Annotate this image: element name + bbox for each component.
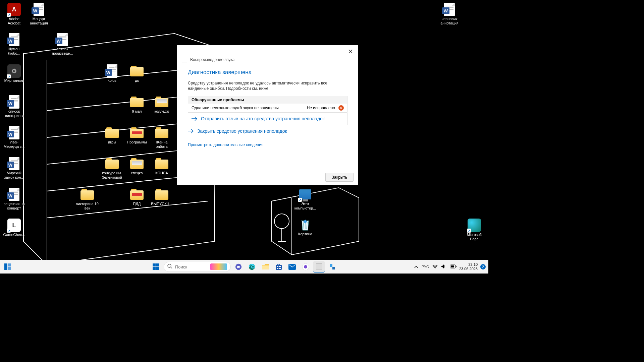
svg-point-8 bbox=[168, 264, 171, 267]
icon-word: W bbox=[32, 3, 46, 16]
widgets-button[interactable] bbox=[2, 262, 13, 272]
problem-row[interactable]: Одна или несколько служб звука не запуще… bbox=[188, 104, 347, 112]
search-art bbox=[210, 263, 227, 270]
desktop-icon[interactable]: игры bbox=[99, 126, 125, 144]
sound-icon bbox=[182, 57, 187, 62]
desktop-icon-label: викторина 19 век bbox=[75, 202, 99, 210]
taskbar-chat[interactable] bbox=[233, 261, 244, 273]
svg-point-19 bbox=[304, 265, 307, 268]
link-view-details[interactable]: Просмотреть дополнительные сведения bbox=[188, 142, 347, 147]
tray-chevron-up-icon[interactable] bbox=[414, 265, 418, 269]
desktop-icon[interactable]: КОНСА bbox=[149, 157, 174, 175]
svg-rect-22 bbox=[332, 267, 335, 269]
taskbar-app[interactable] bbox=[327, 261, 338, 273]
dialog-titlebar[interactable] bbox=[177, 45, 358, 57]
taskbar-store[interactable] bbox=[273, 261, 284, 273]
desktop-icon[interactable]: L↗GameChec... bbox=[1, 219, 27, 237]
icon-word: W bbox=[443, 3, 456, 16]
desktop-icon-label: Мирский замок кон... bbox=[2, 171, 26, 180]
icon-folder bbox=[130, 95, 144, 109]
icon-word: W bbox=[7, 188, 21, 201]
volume-icon[interactable] bbox=[441, 264, 446, 269]
taskbar-edge[interactable] bbox=[246, 261, 258, 273]
svg-rect-7 bbox=[156, 267, 159, 270]
desktop-icon[interactable]: викторина 19 век bbox=[74, 188, 100, 210]
icon-word: W bbox=[56, 33, 69, 46]
desktop-icon[interactable]: WМоцарт аннотация bbox=[26, 3, 52, 25]
desktop-icon[interactable]: 9 мая bbox=[124, 95, 150, 114]
desktop-icon-label: список произведе... bbox=[50, 47, 74, 56]
desktop-icon[interactable]: A↗Adobe Acrobat bbox=[1, 3, 27, 25]
desktop-icon[interactable]: Wчерновик аннотация bbox=[437, 3, 462, 25]
svg-rect-20 bbox=[316, 263, 322, 269]
desktop-icon-label: Мир танков bbox=[4, 78, 24, 83]
svg-rect-3 bbox=[8, 267, 11, 270]
svg-rect-14 bbox=[279, 266, 281, 267]
desktop-icon-label: спецка bbox=[131, 171, 143, 175]
dialog-heading: Диагностика завершена bbox=[188, 69, 347, 76]
problems-box: Обнаруженные проблемы Одна или несколько… bbox=[188, 96, 347, 113]
clock-date: 23.06.2023 bbox=[459, 267, 478, 271]
wifi-icon[interactable] bbox=[432, 264, 438, 269]
desktop-icon[interactable]: ВЫПУСКН... bbox=[149, 188, 174, 206]
battery-icon[interactable] bbox=[450, 264, 457, 269]
icon-folder bbox=[155, 188, 168, 201]
desktop-icon[interactable]: Wkolos bbox=[99, 64, 125, 83]
svg-rect-15 bbox=[277, 268, 278, 269]
notification-badge[interactable]: 2 bbox=[480, 264, 486, 269]
desktop-icon[interactable]: WШуман. Любо... bbox=[1, 33, 27, 56]
desktop-icon-label: Adobe Acrobat bbox=[2, 17, 26, 25]
desktop-icon[interactable]: Жанна работа bbox=[149, 126, 174, 149]
desktop-icon[interactable]: дк bbox=[124, 64, 150, 83]
search-box[interactable]: Поиск bbox=[164, 262, 231, 272]
taskbar-troubleshooter[interactable] bbox=[313, 261, 325, 273]
action-send-feedback[interactable]: Отправить отзыв на это средство устранен… bbox=[188, 113, 347, 125]
desktop-icon[interactable]: ↗Этот компьютер... bbox=[292, 188, 318, 210]
icon-bin bbox=[299, 218, 312, 231]
icon-folder bbox=[105, 126, 119, 139]
desktop-icon-label: черновик аннотация bbox=[437, 17, 462, 25]
desktop-icon[interactable]: ↗Microsoft Edge bbox=[462, 219, 487, 241]
close-icon[interactable] bbox=[343, 45, 358, 57]
action-close-troubleshooter[interactable]: Закрыть средство устранения неполадок bbox=[188, 125, 347, 137]
language-indicator[interactable]: РУС bbox=[422, 265, 429, 269]
desktop-icon-label: игры bbox=[108, 140, 116, 144]
clock[interactable]: 23:10 23.06.2023 bbox=[459, 262, 478, 271]
icon-folder bbox=[105, 157, 119, 170]
svg-rect-25 bbox=[456, 266, 457, 267]
desktop-icon[interactable]: спецка bbox=[124, 157, 150, 175]
svg-rect-21 bbox=[330, 264, 332, 267]
close-button[interactable]: Закрыть bbox=[325, 173, 354, 182]
icon-word: W bbox=[7, 126, 21, 139]
desktop-icon[interactable]: Wсписок викторины bbox=[1, 95, 27, 118]
taskbar-yandex[interactable] bbox=[300, 261, 311, 273]
desktop-icon[interactable]: конкурс им. Зеленковой bbox=[99, 157, 125, 180]
desktop-icon-label: список викторины bbox=[2, 109, 26, 118]
icon-word: W bbox=[7, 95, 21, 109]
desktop-icon[interactable]: ⚙↗Мир танков bbox=[1, 64, 27, 83]
problem-name: Одна или несколько служб звука не запуще… bbox=[192, 106, 307, 110]
desktop-icon[interactable]: Wрецензия на концерт bbox=[1, 188, 27, 210]
desktop-icon[interactable]: WИван Мереуца з... bbox=[1, 126, 27, 149]
start-button[interactable] bbox=[150, 261, 162, 273]
svg-rect-6 bbox=[153, 267, 156, 270]
desktop-icon-label: 9 мая bbox=[132, 109, 142, 114]
desktop-icon[interactable]: Wсписок произведе... bbox=[50, 33, 75, 56]
desktop-icon[interactable]: ПДД bbox=[124, 188, 150, 206]
icon-word: W bbox=[7, 157, 21, 170]
desktop-icon[interactable]: WМирский замок кон... bbox=[1, 157, 27, 180]
action-close-label: Закрыть средство устранения неполадок bbox=[197, 128, 287, 134]
taskbar-mail[interactable] bbox=[286, 261, 298, 273]
desktop-icon[interactable]: Программы bbox=[124, 126, 150, 144]
desktop-icon-label: Жанна работа bbox=[150, 140, 174, 149]
svg-rect-13 bbox=[277, 266, 278, 267]
taskbar-explorer[interactable] bbox=[260, 261, 271, 273]
desktop-icon-label: Моцарт аннотация bbox=[27, 17, 51, 25]
desktop-icon-label: Этот компьютер... bbox=[293, 202, 317, 210]
icon-app-edge: ↗ bbox=[468, 219, 481, 232]
desktop-icon-label: ВЫПУСКН... bbox=[151, 202, 172, 206]
taskbar: Поиск РУС 23:10 23.06.2023 2 bbox=[0, 260, 488, 274]
icon-word: W bbox=[105, 64, 119, 78]
desktop-icon[interactable]: колледж bbox=[149, 95, 174, 114]
desktop-icon[interactable]: Корзина bbox=[292, 218, 318, 236]
